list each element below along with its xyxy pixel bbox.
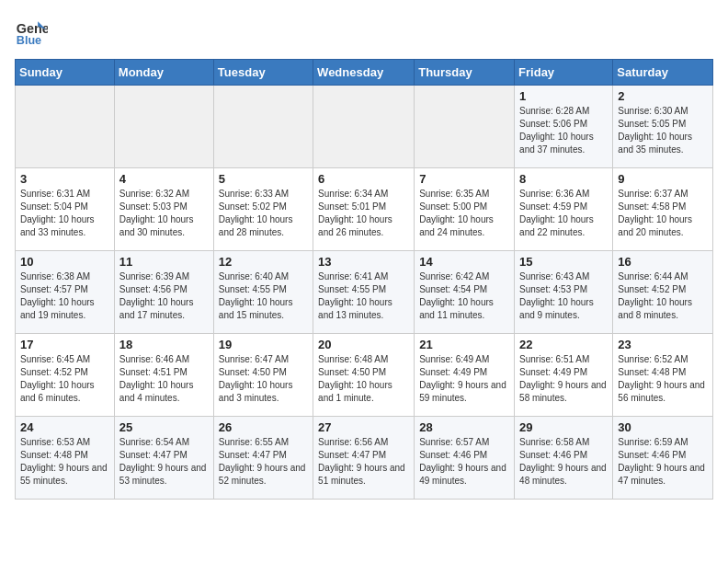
- day-number: 14: [419, 255, 509, 269]
- day-number: 21: [419, 338, 509, 351]
- day-number: 30: [618, 420, 708, 434]
- day-number: 22: [519, 338, 608, 351]
- calendar-cell: 27Sunrise: 6:56 AM Sunset: 4:47 PM Dayli…: [313, 417, 415, 500]
- day-info: Sunrise: 6:33 AM Sunset: 5:02 PM Dayligh…: [219, 188, 308, 239]
- day-number: 29: [519, 420, 608, 434]
- day-number: 20: [318, 338, 409, 351]
- day-info: Sunrise: 6:49 AM Sunset: 4:49 PM Dayligh…: [419, 353, 509, 405]
- calendar-cell: 25Sunrise: 6:54 AM Sunset: 4:47 PM Dayli…: [114, 417, 213, 500]
- weekday-header-thursday: Thursday: [415, 60, 515, 86]
- calendar-cell: [213, 86, 313, 168]
- day-info: Sunrise: 6:30 AM Sunset: 5:05 PM Dayligh…: [618, 105, 708, 156]
- day-info: Sunrise: 6:59 AM Sunset: 4:46 PM Dayligh…: [618, 436, 708, 488]
- day-info: Sunrise: 6:32 AM Sunset: 5:03 PM Dayligh…: [119, 188, 209, 239]
- day-info: Sunrise: 6:40 AM Sunset: 4:55 PM Dayligh…: [219, 270, 308, 322]
- calendar-cell: 18Sunrise: 6:46 AM Sunset: 4:51 PM Dayli…: [114, 334, 213, 417]
- day-number: 27: [318, 420, 409, 434]
- calendar-cell: 12Sunrise: 6:40 AM Sunset: 4:55 PM Dayli…: [213, 251, 313, 334]
- day-info: Sunrise: 6:43 AM Sunset: 4:53 PM Dayligh…: [519, 270, 608, 322]
- day-info: Sunrise: 6:54 AM Sunset: 4:47 PM Dayligh…: [119, 436, 209, 488]
- calendar-cell: 6Sunrise: 6:34 AM Sunset: 5:01 PM Daylig…: [313, 168, 415, 251]
- day-number: 10: [20, 255, 109, 269]
- day-info: Sunrise: 6:45 AM Sunset: 4:52 PM Dayligh…: [20, 353, 109, 405]
- day-info: Sunrise: 6:57 AM Sunset: 4:46 PM Dayligh…: [419, 436, 509, 488]
- calendar-cell: 4Sunrise: 6:32 AM Sunset: 5:03 PM Daylig…: [114, 168, 213, 251]
- calendar-cell: 3Sunrise: 6:31 AM Sunset: 5:04 PM Daylig…: [16, 168, 115, 251]
- calendar-cell: 19Sunrise: 6:47 AM Sunset: 4:50 PM Dayli…: [213, 334, 313, 417]
- day-number: 23: [618, 338, 708, 351]
- weekday-header-wednesday: Wednesday: [313, 60, 415, 86]
- calendar-cell: [313, 86, 415, 168]
- day-info: Sunrise: 6:41 AM Sunset: 4:55 PM Dayligh…: [318, 270, 409, 322]
- calendar-cell: 23Sunrise: 6:52 AM Sunset: 4:48 PM Dayli…: [613, 334, 713, 417]
- day-info: Sunrise: 6:47 AM Sunset: 4:50 PM Dayligh…: [219, 353, 308, 405]
- calendar-cell: 8Sunrise: 6:36 AM Sunset: 4:59 PM Daylig…: [515, 168, 613, 251]
- day-info: Sunrise: 6:39 AM Sunset: 4:56 PM Dayligh…: [119, 270, 209, 322]
- weekday-header-monday: Monday: [114, 60, 213, 86]
- calendar-cell: 30Sunrise: 6:59 AM Sunset: 4:46 PM Dayli…: [613, 417, 713, 500]
- day-info: Sunrise: 6:55 AM Sunset: 4:47 PM Dayligh…: [219, 436, 308, 488]
- calendar-cell: 9Sunrise: 6:37 AM Sunset: 4:58 PM Daylig…: [613, 168, 713, 251]
- day-number: 9: [618, 172, 708, 186]
- calendar-cell: 20Sunrise: 6:48 AM Sunset: 4:50 PM Dayli…: [313, 334, 415, 417]
- calendar-cell: 28Sunrise: 6:57 AM Sunset: 4:46 PM Dayli…: [415, 417, 515, 500]
- day-number: 6: [318, 172, 409, 186]
- day-number: 13: [318, 255, 409, 269]
- day-info: Sunrise: 6:31 AM Sunset: 5:04 PM Dayligh…: [20, 188, 109, 239]
- calendar-cell: 21Sunrise: 6:49 AM Sunset: 4:49 PM Dayli…: [415, 334, 515, 417]
- day-number: 24: [20, 420, 109, 434]
- header: General Blue: [15, 15, 713, 48]
- day-number: 17: [20, 338, 109, 351]
- calendar-cell: 10Sunrise: 6:38 AM Sunset: 4:57 PM Dayli…: [16, 251, 115, 334]
- calendar-table: SundayMondayTuesdayWednesdayThursdayFrid…: [15, 59, 713, 500]
- calendar-cell: 16Sunrise: 6:44 AM Sunset: 4:52 PM Dayli…: [613, 251, 713, 334]
- day-number: 28: [419, 420, 509, 434]
- day-info: Sunrise: 6:34 AM Sunset: 5:01 PM Dayligh…: [318, 188, 409, 239]
- day-number: 2: [618, 89, 708, 103]
- day-number: 19: [219, 338, 308, 351]
- day-info: Sunrise: 6:58 AM Sunset: 4:46 PM Dayligh…: [519, 436, 608, 488]
- calendar-cell: 5Sunrise: 6:33 AM Sunset: 5:02 PM Daylig…: [213, 168, 313, 251]
- day-number: 25: [119, 420, 209, 434]
- day-info: Sunrise: 6:38 AM Sunset: 4:57 PM Dayligh…: [20, 270, 109, 322]
- day-info: Sunrise: 6:42 AM Sunset: 4:54 PM Dayligh…: [419, 270, 509, 322]
- day-number: 4: [119, 172, 209, 186]
- day-number: 15: [519, 255, 608, 269]
- calendar-cell: [415, 86, 515, 168]
- day-info: Sunrise: 6:51 AM Sunset: 4:49 PM Dayligh…: [519, 353, 608, 405]
- calendar-cell: [114, 86, 213, 168]
- day-info: Sunrise: 6:46 AM Sunset: 4:51 PM Dayligh…: [119, 353, 209, 405]
- calendar-cell: 2Sunrise: 6:30 AM Sunset: 5:05 PM Daylig…: [613, 86, 713, 168]
- calendar-cell: 24Sunrise: 6:53 AM Sunset: 4:48 PM Dayli…: [16, 417, 115, 500]
- day-info: Sunrise: 6:52 AM Sunset: 4:48 PM Dayligh…: [618, 353, 708, 405]
- day-info: Sunrise: 6:35 AM Sunset: 5:00 PM Dayligh…: [419, 188, 509, 239]
- calendar-cell: 29Sunrise: 6:58 AM Sunset: 4:46 PM Dayli…: [515, 417, 613, 500]
- calendar-cell: 13Sunrise: 6:41 AM Sunset: 4:55 PM Dayli…: [313, 251, 415, 334]
- svg-text:Blue: Blue: [17, 34, 41, 47]
- weekday-header-sunday: Sunday: [16, 60, 115, 86]
- day-info: Sunrise: 6:56 AM Sunset: 4:47 PM Dayligh…: [318, 436, 409, 488]
- logo: General Blue: [15, 15, 51, 48]
- weekday-header-saturday: Saturday: [613, 60, 713, 86]
- day-number: 18: [119, 338, 209, 351]
- calendar-cell: [16, 86, 115, 168]
- calendar-cell: 17Sunrise: 6:45 AM Sunset: 4:52 PM Dayli…: [16, 334, 115, 417]
- calendar-cell: 7Sunrise: 6:35 AM Sunset: 5:00 PM Daylig…: [415, 168, 515, 251]
- calendar-cell: 14Sunrise: 6:42 AM Sunset: 4:54 PM Dayli…: [415, 251, 515, 334]
- calendar-cell: 11Sunrise: 6:39 AM Sunset: 4:56 PM Dayli…: [114, 251, 213, 334]
- day-number: 7: [419, 172, 509, 186]
- weekday-header-friday: Friday: [515, 60, 613, 86]
- day-number: 3: [20, 172, 109, 186]
- day-number: 1: [519, 89, 608, 103]
- day-number: 12: [219, 255, 308, 269]
- logo-icon: General Blue: [15, 15, 48, 48]
- day-number: 16: [618, 255, 708, 269]
- day-number: 11: [119, 255, 209, 269]
- day-info: Sunrise: 6:44 AM Sunset: 4:52 PM Dayligh…: [618, 270, 708, 322]
- calendar-cell: 1Sunrise: 6:28 AM Sunset: 5:06 PM Daylig…: [515, 86, 613, 168]
- calendar-cell: 26Sunrise: 6:55 AM Sunset: 4:47 PM Dayli…: [213, 417, 313, 500]
- calendar-cell: 15Sunrise: 6:43 AM Sunset: 4:53 PM Dayli…: [515, 251, 613, 334]
- day-info: Sunrise: 6:48 AM Sunset: 4:50 PM Dayligh…: [318, 353, 409, 405]
- day-info: Sunrise: 6:36 AM Sunset: 4:59 PM Dayligh…: [519, 188, 608, 239]
- weekday-header-tuesday: Tuesday: [213, 60, 313, 86]
